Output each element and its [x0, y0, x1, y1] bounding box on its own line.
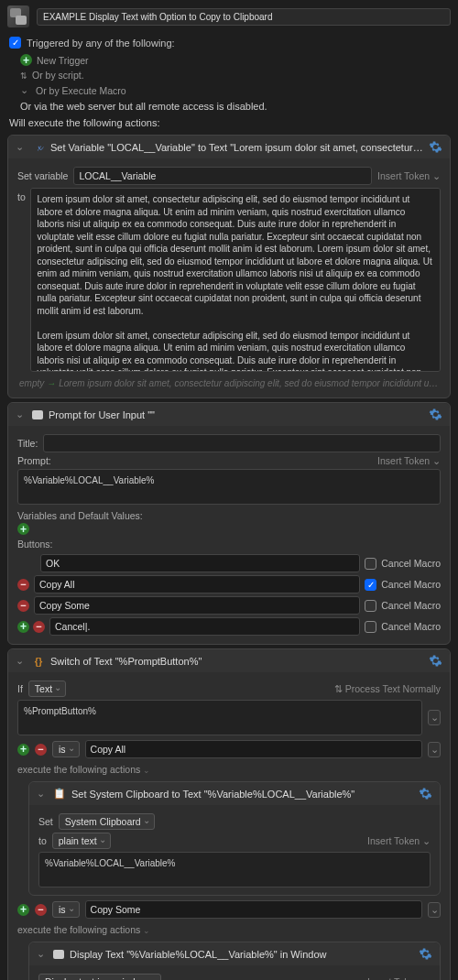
trigger-heading: Triggered by any of the following:: [27, 38, 175, 49]
insert-token-link[interactable]: Insert Token ⌄: [367, 976, 431, 980]
remove-button[interactable]: −: [33, 621, 45, 633]
is-select[interactable]: is: [52, 901, 80, 918]
cancel-macro-checkbox[interactable]: ✓: [365, 579, 376, 591]
prompt-icon: [32, 410, 43, 419]
cancel-macro-label: Cancel Macro: [381, 579, 441, 590]
action-title: Set System Clipboard to Text "%Variable%…: [71, 789, 413, 800]
prompt-button-input[interactable]: [40, 554, 360, 572]
remove-case-button[interactable]: −: [35, 744, 47, 756]
chevron-down-icon: [20, 84, 31, 96]
add-case-button[interactable]: +: [17, 904, 29, 916]
actions-heading: Will execute the following actions:: [0, 114, 458, 131]
action-title: Switch of Text "%PromptButton%": [50, 656, 423, 667]
clipboard-target-select[interactable]: System Clipboard: [59, 813, 155, 830]
trigger-by-script: Or by script.: [32, 70, 84, 81]
action-switch: {} Switch of Text "%PromptButton%" If Te…: [7, 648, 451, 980]
cancel-macro-label: Cancel Macro: [381, 558, 441, 569]
clipboard-icon: 📋: [53, 788, 66, 800]
cancel-macro-checkbox[interactable]: [365, 600, 376, 612]
variable-icon: 𝔁: [32, 141, 45, 154]
add-case-button[interactable]: +: [17, 744, 29, 756]
action-display-text: Display Text "%Variable%LOCAL__Variable%…: [28, 942, 441, 980]
prompt-button-input[interactable]: [34, 596, 360, 615]
disclosure-toggle[interactable]: [37, 948, 48, 960]
switch-icon: {}: [32, 655, 45, 668]
disclosure-toggle[interactable]: [16, 408, 27, 420]
remove-button[interactable]: −: [17, 579, 29, 591]
gear-icon[interactable]: [429, 140, 442, 154]
token-dropdown[interactable]: ⌄: [428, 710, 441, 725]
buttons-label: Buttons:: [17, 535, 441, 551]
add-trigger-button[interactable]: +: [20, 54, 32, 66]
window-icon: [53, 950, 64, 959]
if-type-select[interactable]: Text: [28, 681, 66, 697]
if-label: If: [17, 683, 23, 694]
cancel-macro-checkbox[interactable]: [365, 621, 376, 633]
gear-icon[interactable]: [429, 654, 442, 668]
gear-icon[interactable]: [419, 947, 432, 961]
add-variable-button[interactable]: +: [17, 523, 29, 535]
execute-actions-label[interactable]: execute the following actions: [17, 761, 441, 778]
switch-value-input[interactable]: [17, 700, 422, 735]
action-title: Display Text "%Variable%LOCAL__Variable%…: [70, 949, 413, 960]
trigger-by-execute-macro: Or by Execute Macro: [36, 85, 126, 96]
clipboard-value-input[interactable]: [38, 852, 431, 887]
set-label: Set: [38, 816, 53, 827]
prompt-label: Prompt:: [17, 455, 51, 466]
action-title: Prompt for User Input "": [49, 409, 423, 420]
to-label: to: [17, 188, 25, 202]
web-server-note: Or via the web server but all remote acc…: [20, 101, 267, 112]
set-variable-label: Set variable: [17, 170, 68, 181]
new-trigger-label[interactable]: New Trigger: [37, 55, 89, 66]
cancel-macro-checkbox[interactable]: [365, 558, 376, 570]
prompt-button-input[interactable]: [34, 575, 360, 593]
gear-icon[interactable]: [429, 408, 442, 421]
case-value-input[interactable]: [85, 900, 422, 919]
display-mode-select[interactable]: Display text in a window: [38, 974, 161, 980]
prompt-text-input[interactable]: [17, 469, 441, 505]
vars-label: Variables and Default Values:: [17, 506, 441, 523]
cancel-macro-label: Cancel Macro: [381, 621, 441, 632]
triggers-enabled-checkbox[interactable]: ✓: [9, 37, 21, 49]
action-title: Set Variable "LOCAL__Variable" to Text "…: [50, 142, 423, 153]
case-value-input[interactable]: [85, 740, 422, 758]
disclosure-toggle[interactable]: [37, 788, 48, 800]
prompt-button-input[interactable]: [49, 617, 360, 636]
macro-title-field[interactable]: [37, 8, 451, 26]
process-text-select[interactable]: ⇅ Process Text Normally: [334, 683, 441, 694]
disclosure-toggle[interactable]: [16, 141, 27, 153]
action-prompt-user-input: Prompt for User Input "" Title: Prompt: …: [7, 402, 451, 645]
cancel-macro-label: Cancel Macro: [381, 600, 441, 611]
updown-icon: [20, 70, 27, 81]
token-dropdown[interactable]: ⌄: [428, 742, 441, 757]
variable-name-input[interactable]: [73, 167, 372, 185]
format-select[interactable]: plain text: [52, 833, 111, 849]
variable-text-input[interactable]: [30, 188, 441, 372]
insert-token-link[interactable]: Insert Token ⌄: [377, 455, 441, 466]
to-label: to: [38, 835, 47, 846]
execute-actions-label[interactable]: execute the following actions: [17, 921, 441, 938]
is-select[interactable]: is: [52, 741, 80, 757]
remove-case-button[interactable]: −: [35, 904, 47, 916]
app-icon: [7, 5, 29, 27]
add-button[interactable]: +: [17, 621, 29, 633]
result-hint: empty→Lorem ipsum dolor sit amet, consec…: [17, 375, 441, 392]
gear-icon[interactable]: [419, 787, 432, 800]
action-set-clipboard: 📋 Set System Clipboard to Text "%Variabl…: [28, 781, 441, 896]
insert-token-link[interactable]: Insert Token ⌄: [367, 835, 431, 846]
remove-button[interactable]: −: [17, 600, 29, 612]
disclosure-toggle[interactable]: [16, 655, 27, 667]
title-label: Title:: [17, 438, 38, 449]
insert-token-link[interactable]: Insert Token ⌄: [377, 170, 441, 181]
action-set-variable: 𝔁 Set Variable "LOCAL__Variable" to Text…: [7, 135, 451, 398]
token-dropdown[interactable]: ⌄: [428, 902, 441, 918]
prompt-title-input[interactable]: [43, 434, 441, 452]
